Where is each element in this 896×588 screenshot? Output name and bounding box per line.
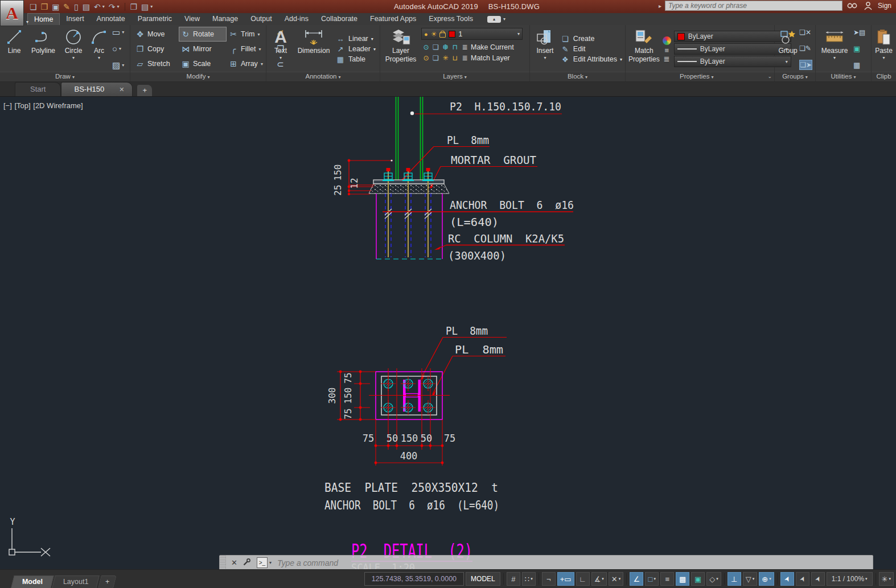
panel-utilities-footer[interactable]: Utilities▾ [816,72,871,81]
user-icon[interactable] [862,1,874,11]
tab-collaborate[interactable]: Collaborate [315,13,364,25]
properties-expand-icon[interactable]: ▾ [711,75,713,80]
group-selection-icon[interactable]: ❏➤ [799,60,812,70]
command-input[interactable] [276,558,873,568]
undo-dropdown-icon[interactable]: ▾ [102,4,105,9]
leader-dropdown-icon[interactable]: ▾ [373,47,376,52]
circle-button[interactable]: Circle ▾ [61,27,86,71]
undo-icon[interactable]: ↶ [94,3,101,11]
selection-filtering-toggle[interactable]: ▽▾ [743,572,758,586]
autoscale-toggle[interactable]: ➤ [796,572,809,586]
edit-attributes-dropdown-icon[interactable]: ▾ [620,57,622,62]
save-icon[interactable]: ▣ [52,3,59,11]
layer-dropdown[interactable]: ● ☀ 1 ▾ [421,28,523,40]
qat-menu-icon[interactable]: ▾ [150,4,153,9]
ellipse-dropdown-icon[interactable]: ▾ [119,44,121,54]
command-line-palette[interactable]: ✕ >_ ▾ [219,555,873,570]
file-tab-start[interactable]: Start [15,82,61,96]
file-tab-close-icon[interactable]: ✕ [119,83,124,96]
hatch-dropdown-icon[interactable]: ▾ [122,61,124,70]
redo-dropdown-icon[interactable]: ▾ [117,4,120,9]
leader-button[interactable]: ↗Leader▾ [335,45,376,54]
make-current-label[interactable]: Make Current [470,43,523,51]
viewport-view-control[interactable]: [Top] [14,101,30,110]
model-tab[interactable]: Model [11,575,54,588]
layer-dropdown-icon[interactable]: ▾ [517,31,520,36]
match-layer-icon[interactable]: ≣ [460,54,470,62]
edit-attributes-button[interactable]: ❖Edit Attributes▾ [560,55,622,64]
insert-dropdown-icon[interactable]: ▾ [544,55,546,60]
panel-groups-footer[interactable]: Groups▾ [775,72,815,81]
coordinates-display[interactable]: 125.7438, 35.3519, 0.0000 [364,572,464,586]
selection-cycling-toggle[interactable]: ▣ [691,572,705,586]
match-properties-button[interactable]: Match Properties [628,27,660,71]
off-icon[interactable]: ⊙ [421,54,431,62]
table-button[interactable]: ▦Table [335,55,376,64]
paste-dropdown-icon[interactable]: ▾ [882,55,885,60]
layer-on-icon[interactable]: ● [424,31,428,38]
layer-properties-button[interactable]: Layer Properties [383,27,418,71]
tab-featured-apps[interactable]: Featured Apps [364,13,422,25]
linear-button[interactable]: ↔Linear▾ [335,35,376,43]
ungroup-icon[interactable]: ❏✕ [799,28,812,37]
sign-in-label[interactable]: Sign [878,2,893,10]
panel-annotation-footer[interactable]: Annotation▾ [266,72,380,81]
layer-color-swatch[interactable] [449,31,455,38]
tab-manage[interactable]: Manage [206,13,244,25]
panel-properties-footer[interactable]: Properties▾⌄ [626,72,774,81]
trim-dropdown-icon[interactable]: ▾ [258,32,260,37]
modify-expand-icon[interactable]: ▾ [207,75,209,80]
panel-draw-footer[interactable]: Draw▾ [0,72,130,81]
tab-view[interactable]: View [178,13,206,25]
tab-home[interactable]: Home [27,13,60,25]
block-expand-icon[interactable]: ▾ [585,75,587,80]
properties-dialog-launcher-icon[interactable]: ⌄ [767,72,772,81]
gizmo-toggle[interactable]: ⊕▾ [759,572,774,586]
text-button[interactable]: A Text ▾ [269,27,292,71]
create-block-button[interactable]: ❏Create [560,35,622,43]
polyline-button[interactable]: Polyline [28,27,58,71]
new-file-icon[interactable]: ❏ [30,3,37,11]
tab-express-tools[interactable]: Express Tools [422,13,479,25]
line-button[interactable]: Line [3,27,26,71]
edit-block-button[interactable]: ✎Edit [560,45,622,54]
insert-button[interactable]: Insert ▾ [533,27,557,71]
current-scale-button[interactable]: 1:1 / 100%▾ [827,572,873,586]
freeze-icon[interactable]: ❆ [441,43,450,51]
quick-select-icon[interactable]: ➤▤ [853,28,865,37]
new-layout-icon[interactable]: + [98,575,117,588]
draw-expand-icon[interactable]: ▾ [72,75,75,80]
unlock-icon[interactable]: ⊔ [450,54,460,62]
rectangle-button[interactable]: ▭▾ [112,28,124,37]
grid-toggle[interactable]: # [507,572,520,586]
linear-dropdown-icon[interactable]: ▾ [371,36,373,42]
quick-calculator-icon[interactable]: ▦ [853,61,865,70]
panel-block-footer[interactable]: Block▾ [530,72,625,81]
annotation-scale-button[interactable]: ➤ [811,572,825,586]
utilities-expand-icon[interactable]: ▾ [854,75,856,80]
groups-expand-icon[interactable]: ▾ [805,75,808,80]
print-icon[interactable]: ▤ [83,3,90,11]
command-customize-icon[interactable] [240,558,253,568]
copy-button[interactable]: ❐Copy [133,42,179,56]
object-color-dropdown[interactable]: ByLayer ▾ [674,31,791,42]
tab-insert[interactable]: Insert [60,13,90,25]
array-dropdown-icon[interactable]: ▾ [261,61,263,67]
viewport-collapse-control[interactable]: [−] [3,101,12,110]
stretch-button[interactable]: ▱Stretch [133,56,179,71]
customization-button[interactable]: ✳▾ [879,572,894,586]
linetype-dropdown[interactable]: ByLayer ▾ [674,43,791,55]
snap-toggle[interactable]: ∷▾ [522,572,536,586]
tab-parametric[interactable]: Parametric [131,13,178,25]
isometric-drafting-toggle[interactable]: ✕▾ [609,572,623,586]
panel-layers-footer[interactable]: Layers▾ [380,72,529,81]
ribbon-minimize-dropdown-icon[interactable]: ▾ [503,17,505,22]
file-tab-bs-h150[interactable]: BS-H150 ✕ [61,82,133,96]
command-close-icon[interactable]: ✕ [228,558,240,567]
command-recent-dropdown-icon[interactable]: ▾ [269,560,272,565]
group-button[interactable]: Group [778,27,798,71]
arc-button[interactable]: Arc ▾ [89,27,109,71]
infer-constraints-toggle[interactable]: ¬ [542,572,556,586]
drawing-canvas[interactable]: [−] [Top] [2D Wireframe] [0,97,896,588]
select-all-icon[interactable]: ▣ [853,44,865,54]
